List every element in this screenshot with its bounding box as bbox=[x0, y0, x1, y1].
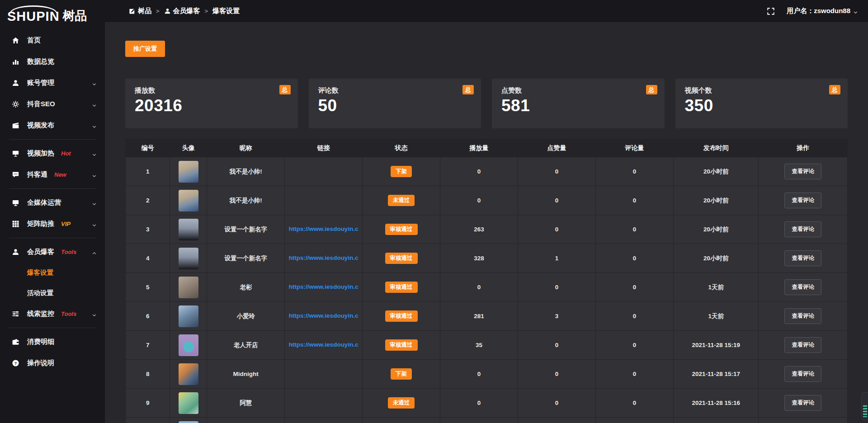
sidebar-item-全媒体运营[interactable]: 全媒体运营 bbox=[0, 192, 105, 213]
chevron-down-icon bbox=[92, 221, 97, 226]
sliders-icon bbox=[12, 310, 19, 318]
chevron-down-icon bbox=[92, 172, 97, 177]
cell-nickname: 我不是小帅! bbox=[207, 157, 285, 186]
view-comments-button[interactable]: 查看评论 bbox=[784, 221, 821, 237]
cell-status: 审核通过 bbox=[363, 302, 440, 331]
cell-action: 查看评论 bbox=[759, 157, 848, 186]
chevron-down-icon bbox=[92, 123, 97, 128]
sidebar-item-数据总览[interactable]: 数据总览 bbox=[0, 51, 105, 72]
video-link[interactable]: https://www.iesdouyin.c bbox=[289, 341, 359, 348]
stat-value: 581 bbox=[501, 96, 655, 115]
sidebar-item-线索监控[interactable]: 线索监控Tools bbox=[0, 303, 105, 324]
view-comments-button[interactable]: 查看评论 bbox=[784, 250, 821, 266]
stat-value: 50 bbox=[318, 96, 472, 115]
table-header-row: 编号头像昵称链接状态播放量点赞量评论量发布时间操作 bbox=[126, 139, 848, 157]
cell-comments: 0 bbox=[596, 273, 674, 302]
view-comments-button[interactable]: 查看评论 bbox=[784, 395, 821, 411]
sidebar-item-badge: Tools bbox=[61, 249, 76, 255]
brand-logo[interactable]: SHUPIN 树品 bbox=[0, 0, 105, 28]
cell-published bbox=[674, 418, 759, 423]
cell-status: 审核通过 bbox=[363, 244, 440, 273]
chat-icon bbox=[12, 171, 19, 179]
floating-widget[interactable] bbox=[861, 392, 868, 420]
view-comments-button[interactable]: 查看评论 bbox=[784, 308, 821, 324]
sidebar-item-视频加热[interactable]: 视频加热Hot bbox=[0, 143, 105, 164]
cell-plays: 0 bbox=[440, 360, 518, 389]
cell-link bbox=[285, 389, 363, 418]
view-comments-button[interactable]: 查看评论 bbox=[784, 164, 821, 179]
video-link[interactable]: https://www.iesdouyin.c bbox=[289, 312, 359, 319]
cell-id: 8 bbox=[126, 360, 170, 389]
promo-settings-button[interactable]: 推广设置 bbox=[125, 41, 165, 57]
cell-status: 审核通过 bbox=[363, 331, 440, 360]
cell-published: 20小时前 bbox=[674, 215, 759, 244]
cell-comments: 0 bbox=[596, 215, 674, 244]
video-publish-icon bbox=[12, 122, 19, 129]
status-badge[interactable]: 未通过 bbox=[388, 397, 415, 409]
cell-plays: 281 bbox=[440, 302, 518, 331]
cell-id: 6 bbox=[126, 302, 170, 331]
sidebar-item-会员爆客[interactable]: 会员爆客Tools bbox=[0, 241, 105, 263]
cell-likes: 0 bbox=[518, 360, 596, 389]
video-link[interactable]: https://www.iesdouyin.c bbox=[289, 283, 359, 290]
sidebar-item-矩阵助推[interactable]: 矩阵助推VIP bbox=[0, 213, 105, 235]
sidebar-divider bbox=[9, 188, 96, 189]
cell-id: 3 bbox=[126, 215, 170, 244]
cell-nickname: 设置一个新名字 bbox=[207, 215, 285, 244]
status-badge[interactable]: 审核通过 bbox=[385, 282, 418, 293]
chevron-down-icon bbox=[853, 9, 858, 14]
cell-link: https://www.iesdouyin.c bbox=[285, 302, 363, 331]
sidebar-item-消费明细[interactable]: 消费明细 bbox=[0, 331, 105, 352]
breadcrumb-item-shupin[interactable]: 树品 bbox=[129, 7, 151, 15]
cell-action bbox=[759, 418, 848, 423]
cell-likes: 0 bbox=[518, 331, 596, 360]
cell-comments: 0 bbox=[596, 186, 674, 215]
sidebar-divider bbox=[9, 238, 96, 238]
sidebar-item-账号管理[interactable]: 账号管理 bbox=[0, 72, 105, 94]
status-badge[interactable]: 审核通过 bbox=[385, 310, 418, 322]
column-header-评论量: 评论量 bbox=[596, 139, 674, 157]
sidebar-item-抖音SEO[interactable]: 抖音SEO bbox=[0, 94, 105, 115]
view-comments-button[interactable]: 查看评论 bbox=[784, 337, 821, 353]
sidebar-item-label: 会员爆客 bbox=[27, 248, 54, 256]
view-comments-button[interactable]: 查看评论 bbox=[784, 193, 821, 208]
cell-action: 查看评论 bbox=[759, 186, 848, 215]
status-badge[interactable]: 审核通过 bbox=[385, 253, 418, 264]
video-link[interactable]: https://www.iesdouyin.c bbox=[289, 254, 359, 261]
cell-plays: 0 bbox=[440, 157, 518, 186]
sidebar-item-视频发布[interactable]: 视频发布 bbox=[0, 115, 105, 136]
status-badge[interactable]: 审核通过 bbox=[385, 224, 418, 235]
cell-likes: 0 bbox=[518, 186, 596, 215]
status-badge[interactable]: 下架 bbox=[391, 166, 412, 177]
sidebar-divider bbox=[9, 139, 96, 140]
sidebar-item-首页[interactable]: 首页 bbox=[0, 30, 105, 51]
sidebar-nav: 首页数据总览账号管理抖音SEO视频发布视频加热Hot抖客通New全媒体运营矩阵助… bbox=[0, 28, 105, 423]
sidebar-item-label: 消费明细 bbox=[27, 338, 54, 346]
table-row: 7老人开店https://www.iesdouyin.c审核通过35002021… bbox=[126, 331, 848, 360]
video-link[interactable]: https://www.iesdouyin.c bbox=[289, 226, 359, 232]
view-comments-button[interactable]: 查看评论 bbox=[784, 366, 821, 382]
status-badge[interactable]: 未通过 bbox=[388, 195, 415, 206]
cell-nickname: 我不是小帅! bbox=[207, 186, 285, 215]
breadcrumb-item-member[interactable]: 会员爆客 bbox=[164, 7, 200, 15]
column-header-状态: 状态 bbox=[363, 139, 440, 157]
fullscreen-icon[interactable] bbox=[767, 7, 775, 15]
status-badge[interactable]: 审核通过 bbox=[385, 339, 418, 351]
sidebar-subitem-活动设置[interactable]: 活动设置 bbox=[0, 283, 105, 303]
sidebar-subitem-爆客设置[interactable]: 爆客设置 bbox=[0, 263, 105, 283]
sidebar-item-抖客通[interactable]: 抖客通New bbox=[0, 164, 105, 185]
column-header-点赞量: 点赞量 bbox=[518, 139, 596, 157]
cell-id: 4 bbox=[126, 244, 170, 273]
table-row bbox=[126, 418, 848, 423]
cell-status: 下架 bbox=[363, 360, 440, 389]
user-menu[interactable]: 用户名：zswodun88 bbox=[787, 7, 858, 15]
breadcrumb-separator: > bbox=[156, 8, 160, 14]
view-comments-button[interactable]: 查看评论 bbox=[784, 279, 821, 295]
cell-likes: 0 bbox=[518, 389, 596, 418]
cell-plays: 0 bbox=[440, 389, 518, 418]
stat-label: 评论数 bbox=[318, 86, 472, 95]
status-badge[interactable]: 下架 bbox=[391, 368, 412, 380]
sidebar-item-操作说明[interactable]: ?操作说明 bbox=[0, 352, 105, 374]
cell-id: 2 bbox=[126, 186, 170, 215]
gear-icon bbox=[12, 100, 19, 108]
